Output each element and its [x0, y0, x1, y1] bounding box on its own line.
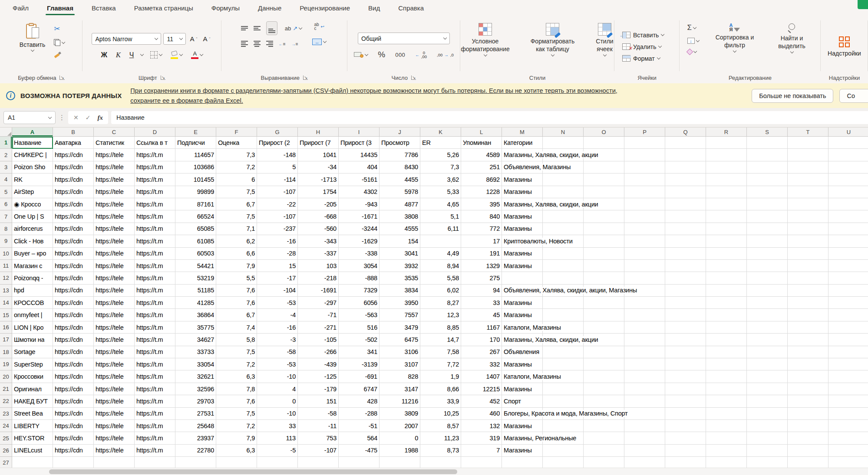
cell-B27[interactable] [53, 457, 94, 468]
cell-P4[interactable] [624, 174, 665, 186]
fill-color-button[interactable] [169, 50, 184, 60]
cell-S6[interactable] [747, 198, 788, 210]
cell-N7[interactable] [543, 210, 584, 223]
align-left-button[interactable] [241, 41, 248, 47]
cell-A3[interactable]: Poizon Sho [12, 161, 53, 174]
cell-J17[interactable]: 6475 [380, 334, 420, 346]
cell-C10[interactable]: https://tele [94, 248, 135, 260]
cell-P14[interactable] [624, 297, 665, 309]
cell-D8[interactable]: https://t.m [135, 223, 175, 235]
cell-I16[interactable]: 516 [339, 321, 380, 334]
cell-E15[interactable]: 36864 [175, 309, 216, 321]
cell-R3[interactable] [706, 161, 747, 174]
cell-D12[interactable]: https://t.m [135, 272, 175, 284]
cell-F18[interactable]: 7,5 [216, 346, 257, 358]
cell-Q17[interactable] [665, 334, 706, 346]
cell-O12[interactable] [584, 272, 624, 284]
cell-D1[interactable]: Ссылка в т [135, 137, 175, 149]
cell-P25[interactable] [624, 432, 665, 444]
cell-K27[interactable] [420, 457, 461, 468]
cell-G15[interactable]: -4 [257, 309, 298, 321]
cell-E26[interactable]: 22780 [175, 445, 216, 457]
cell-N18[interactable] [543, 346, 584, 358]
increase-decimal-button[interactable]: ←0,00 [413, 49, 429, 60]
cell-M14[interactable]: Магазины [502, 297, 543, 309]
cell-K12[interactable]: 5,58 [420, 272, 461, 284]
formula-input[interactable]: Название [111, 111, 868, 124]
cell-L22[interactable]: 452 [461, 395, 502, 407]
cell-S22[interactable] [747, 395, 788, 407]
cell-L16[interactable]: 1167 [461, 321, 502, 334]
cell-L17[interactable]: 170 [461, 334, 502, 346]
column-header-G[interactable]: G [257, 128, 298, 137]
cell-E5[interactable]: 99899 [175, 186, 216, 198]
cell-K18[interactable]: 7,58 [420, 346, 461, 358]
font-size-select[interactable]: 11 [163, 33, 186, 45]
horizontal-scrollbar-thumb[interactable] [49, 469, 457, 474]
font-color-button[interactable]: А [189, 49, 205, 60]
cell-U12[interactable] [828, 272, 868, 284]
cell-F8[interactable]: 7,1 [216, 223, 257, 235]
cell-R12[interactable] [706, 272, 747, 284]
cell-Q7[interactable] [665, 210, 706, 223]
cell-U13[interactable] [828, 285, 868, 297]
cell-H27[interactable] [298, 457, 339, 468]
conditional-formatting-button[interactable]: Условное форматирование [454, 21, 517, 58]
cell-M22[interactable]: Спорт [502, 395, 543, 407]
cell-G13[interactable]: -104 [257, 285, 298, 297]
cell-G3[interactable]: 5 [257, 161, 298, 174]
cell-E16[interactable]: 35775 [175, 321, 216, 334]
cell-A27[interactable] [12, 457, 53, 468]
cell-J2[interactable]: 7786 [380, 149, 420, 161]
cell-U22[interactable] [828, 395, 868, 407]
cell-T23[interactable] [788, 408, 828, 420]
cell-M26[interactable]: Магазины [502, 445, 543, 457]
cell-O16[interactable] [584, 321, 624, 334]
cell-T26[interactable] [788, 445, 828, 457]
cell-H8[interactable]: -560 [298, 223, 339, 235]
cell-Q12[interactable] [665, 272, 706, 284]
cell-D20[interactable]: https://t.m [135, 370, 175, 383]
cell-U19[interactable] [828, 358, 868, 370]
cell-L9[interactable]: 17 [461, 235, 502, 247]
cell-N10[interactable] [543, 248, 584, 260]
row-header-27[interactable]: 27 [0, 457, 12, 468]
cell-B24[interactable]: https://cdn [53, 420, 94, 432]
column-header-U[interactable]: U [828, 128, 868, 137]
cell-J11[interactable]: 3932 [380, 260, 420, 272]
cell-C20[interactable]: https://tele [94, 370, 135, 383]
cell-B9[interactable]: https://cdn [53, 235, 94, 247]
cell-I1[interactable]: Прирост (3 [339, 137, 380, 149]
tab-data[interactable]: Данные [249, 0, 290, 16]
cell-E11[interactable]: 54421 [175, 260, 216, 272]
column-header-E[interactable]: E [175, 128, 216, 137]
cell-P21[interactable] [624, 383, 665, 395]
cell-F25[interactable]: 7,9 [216, 432, 257, 444]
cell-L21[interactable]: 12215 [461, 383, 502, 395]
cell-U11[interactable] [828, 260, 868, 272]
cell-A9[interactable]: Click - Нов [12, 235, 53, 247]
decrease-font-button[interactable]: Аˇ [201, 34, 212, 44]
cell-N5[interactable] [543, 186, 584, 198]
cell-M18[interactable]: Объявления [502, 346, 543, 358]
cell-H5[interactable]: 1754 [298, 186, 339, 198]
format-cells-button[interactable]: Формат [620, 54, 662, 63]
cell-I24[interactable]: -51 [339, 420, 380, 432]
cell-Q21[interactable] [665, 383, 706, 395]
cell-T27[interactable] [788, 457, 828, 468]
cell-H23[interactable]: -58 [298, 408, 339, 420]
cell-J3[interactable]: 8430 [380, 161, 420, 174]
cell-Q4[interactable] [665, 174, 706, 186]
cell-M17[interactable]: Магазины, Халява, скидки, акции [502, 334, 543, 346]
cell-O24[interactable] [584, 420, 624, 432]
cell-Q22[interactable] [665, 395, 706, 407]
cell-S20[interactable] [747, 370, 788, 383]
cell-S26[interactable] [747, 445, 788, 457]
cell-U21[interactable] [828, 383, 868, 395]
cell-K5[interactable]: 5,33 [420, 186, 461, 198]
cell-G2[interactable]: -148 [257, 149, 298, 161]
cell-S13[interactable] [747, 285, 788, 297]
cell-G18[interactable]: -58 [257, 346, 298, 358]
cell-T12[interactable] [788, 272, 828, 284]
cell-D26[interactable]: https://t.m [135, 445, 175, 457]
